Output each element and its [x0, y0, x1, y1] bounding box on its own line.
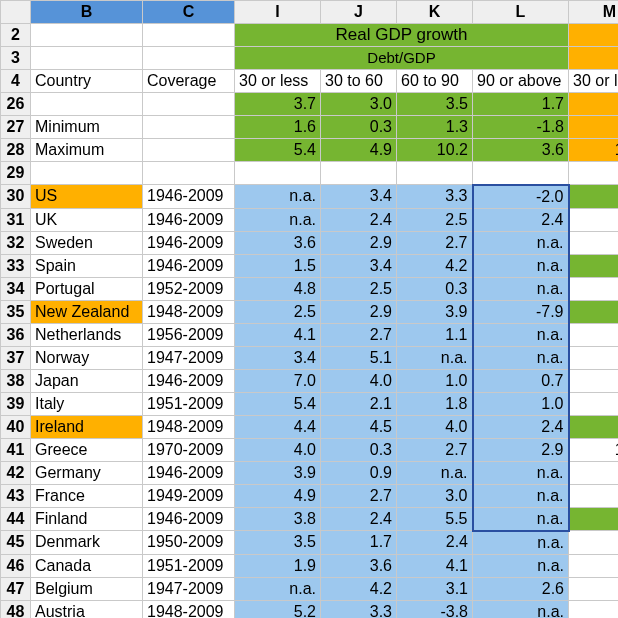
cell-M2[interactable] [569, 24, 619, 47]
cell-J37[interactable]: 5.1 [321, 346, 397, 369]
col-label-90-or-above[interactable]: 90 or above [473, 70, 569, 93]
cell-K43[interactable]: 3.0 [397, 484, 473, 507]
cell-I26[interactable]: 3.7 [235, 93, 321, 116]
row-header-40[interactable]: 40 [1, 415, 31, 438]
cell-I27[interactable]: 1.6 [235, 116, 321, 139]
cell-coverage-38[interactable]: 1946-2009 [143, 369, 235, 392]
cell-M27[interactable]: 0.8 [569, 116, 619, 139]
cell-coverage-31[interactable]: 1946-2009 [143, 208, 235, 231]
col-header-I[interactable]: I [235, 1, 321, 24]
cell-M39[interactable]: 5.6 [569, 392, 619, 415]
cell-J30[interactable]: 3.4 [321, 185, 397, 209]
cell-J47[interactable]: 4.2 [321, 577, 397, 600]
cell-L47[interactable]: 2.6 [473, 577, 569, 600]
cell-J29[interactable] [321, 162, 397, 185]
cell-M34[interactable]: 7.9 [569, 277, 619, 300]
cell-L40[interactable]: 2.4 [473, 415, 569, 438]
cell-country-40[interactable]: Ireland [31, 415, 143, 438]
cell-K42[interactable]: n.a. [397, 461, 473, 484]
cell-J36[interactable]: 2.7 [321, 323, 397, 346]
cell-country-35[interactable]: New Zealand [31, 300, 143, 323]
cell-K39[interactable]: 1.8 [397, 392, 473, 415]
cell-J48[interactable]: 3.3 [321, 600, 397, 618]
cell-K27[interactable]: 1.3 [397, 116, 473, 139]
cell-coverage-36[interactable]: 1956-2009 [143, 323, 235, 346]
cell-M46[interactable]: 2.2 [569, 554, 619, 577]
cell-M3[interactable] [569, 47, 619, 70]
header-real-gdp-growth[interactable]: Real GDP growth [235, 24, 569, 47]
cell-L31[interactable]: 2.4 [473, 208, 569, 231]
cell-coverage-35[interactable]: 1948-2009 [143, 300, 235, 323]
cell-J44[interactable]: 2.4 [321, 507, 397, 531]
row-header-46[interactable]: 46 [1, 554, 31, 577]
cell-J45[interactable]: 1.7 [321, 531, 397, 555]
select-all-corner[interactable] [1, 1, 31, 24]
cell-L34[interactable]: n.a. [473, 277, 569, 300]
cell-coverage-34[interactable]: 1952-2009 [143, 277, 235, 300]
cell-M35[interactable]: 2.6 [569, 300, 619, 323]
cell-L41[interactable]: 2.9 [473, 438, 569, 461]
cell-K45[interactable]: 2.4 [397, 531, 473, 555]
cell-M31[interactable]: n.a. [569, 208, 619, 231]
cell-country-31[interactable]: UK [31, 208, 143, 231]
cell-J28[interactable]: 4.9 [321, 139, 397, 162]
row-header-43[interactable]: 43 [1, 484, 31, 507]
cell-country-41[interactable]: Greece [31, 438, 143, 461]
cell-L26[interactable]: 1.7 [473, 93, 569, 116]
cell-country-44[interactable]: Finland [31, 507, 143, 531]
row-header-35[interactable]: 35 [1, 300, 31, 323]
cell-I29[interactable] [235, 162, 321, 185]
cell-I28[interactable]: 5.4 [235, 139, 321, 162]
cell-M48[interactable]: 5.7 [569, 600, 619, 618]
cell-country-43[interactable]: France [31, 484, 143, 507]
cell-J40[interactable]: 4.5 [321, 415, 397, 438]
cell-coverage-32[interactable]: 1946-2009 [143, 231, 235, 254]
cell-country-34[interactable]: Portugal [31, 277, 143, 300]
cell-coverage-46[interactable]: 1951-2009 [143, 554, 235, 577]
cell-L38[interactable]: 0.7 [473, 369, 569, 392]
cell-country-39[interactable]: Italy [31, 392, 143, 415]
row-header-4[interactable]: 4 [1, 70, 31, 93]
cell-country-37[interactable]: Norway [31, 346, 143, 369]
cell-K48[interactable]: -3.8 [397, 600, 473, 618]
cell-I48[interactable]: 5.2 [235, 600, 321, 618]
cell-C29[interactable] [143, 162, 235, 185]
cell-M42[interactable]: 3.2 [569, 461, 619, 484]
cell-coverage-39[interactable]: 1951-2009 [143, 392, 235, 415]
col-label-60-to-90[interactable]: 60 to 90 [397, 70, 473, 93]
cell-coverage-41[interactable]: 1970-2009 [143, 438, 235, 461]
cell-I45[interactable]: 3.5 [235, 531, 321, 555]
cell-C27[interactable] [143, 116, 235, 139]
cell-country-32[interactable]: Sweden [31, 231, 143, 254]
cell-I47[interactable]: n.a. [235, 577, 321, 600]
cell-M33[interactable]: 9.9 [569, 254, 619, 277]
row-header-36[interactable]: 36 [1, 323, 31, 346]
cell-L32[interactable]: n.a. [473, 231, 569, 254]
cell-country-36[interactable]: Netherlands [31, 323, 143, 346]
cell-M40[interactable]: 2.9 [569, 415, 619, 438]
cell-coverage-47[interactable]: 1947-2009 [143, 577, 235, 600]
col-header-J[interactable]: J [321, 1, 397, 24]
row-header-41[interactable]: 41 [1, 438, 31, 461]
row-header-32[interactable]: 32 [1, 231, 31, 254]
cell-M30[interactable]: n.a. [569, 185, 619, 209]
row-header-31[interactable]: 31 [1, 208, 31, 231]
cell-country-38[interactable]: Japan [31, 369, 143, 392]
cell-L39[interactable]: 1.0 [473, 392, 569, 415]
row-header-27[interactable]: 27 [1, 116, 31, 139]
row-header-48[interactable]: 48 [1, 600, 31, 618]
cell-J31[interactable]: 2.4 [321, 208, 397, 231]
col-label-30-to-60[interactable]: 30 to 60 [321, 70, 397, 93]
cell-K40[interactable]: 4.0 [397, 415, 473, 438]
cell-L30[interactable]: -2.0 [473, 185, 569, 209]
cell-coverage-40[interactable]: 1948-2009 [143, 415, 235, 438]
cell-K38[interactable]: 1.0 [397, 369, 473, 392]
cell-B3[interactable] [31, 47, 143, 70]
cell-L44[interactable]: n.a. [473, 507, 569, 531]
cell-I42[interactable]: 3.9 [235, 461, 321, 484]
cell-M29[interactable] [569, 162, 619, 185]
cell-I31[interactable]: n.a. [235, 208, 321, 231]
cell-I41[interactable]: 4.0 [235, 438, 321, 461]
cell-K41[interactable]: 2.7 [397, 438, 473, 461]
cell-I32[interactable]: 3.6 [235, 231, 321, 254]
